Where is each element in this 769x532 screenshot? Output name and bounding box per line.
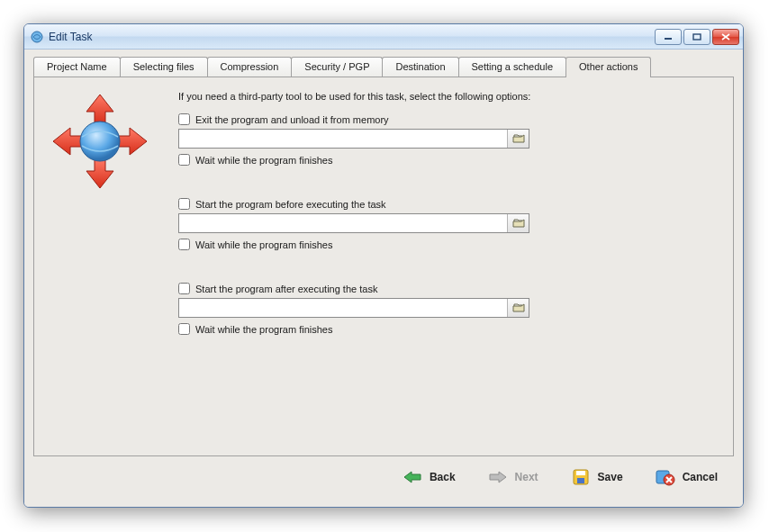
back-label: Back: [430, 471, 456, 483]
check-exit-program[interactable]: [178, 113, 190, 125]
tab-page-other-actions: If you need a third-party tool to be use…: [33, 77, 734, 456]
check-wait-3-label: Wait while the program finishes: [195, 324, 332, 335]
floppy-disk-icon: [571, 467, 591, 487]
folder-open-icon: [512, 302, 525, 313]
save-button[interactable]: Save: [571, 467, 623, 487]
close-button[interactable]: [712, 29, 739, 45]
tab-project-name[interactable]: Project Name: [33, 57, 121, 77]
path-row-3: [178, 298, 529, 318]
check-start-after-label: Start the program after executing the ta…: [195, 284, 377, 294]
svg-rect-2: [693, 34, 701, 40]
check-wait-1[interactable]: [178, 154, 190, 166]
browse-button-3[interactable]: [507, 299, 529, 317]
tab-security-pgp[interactable]: Security / PGP: [291, 57, 383, 77]
check-exit-program-label: Exit the program and unload it from memo…: [195, 114, 389, 125]
cancel-button[interactable]: Cancel: [656, 467, 718, 487]
form-area: If you need a third-party tool to be use…: [178, 90, 717, 439]
maximize-button[interactable]: [683, 29, 710, 45]
cancel-icon: [656, 467, 675, 487]
app-icon: [30, 30, 44, 44]
intro-text: If you need a third-party tool to be use…: [178, 90, 565, 103]
save-label: Save: [598, 471, 623, 483]
check-start-after[interactable]: [178, 283, 190, 294]
next-button: Next: [488, 467, 538, 487]
browse-button-1[interactable]: [507, 130, 529, 148]
path-row-2: [178, 213, 529, 233]
svg-rect-6: [577, 478, 584, 483]
footer: Back Next Save: [33, 456, 734, 498]
tab-schedule[interactable]: Setting a schedule: [458, 57, 567, 77]
check-wait-2-label: Wait while the program finishes: [195, 239, 332, 250]
next-label: Next: [515, 471, 538, 483]
folder-open-icon: [512, 133, 525, 144]
client-area: Project Name Selecting files Compression…: [24, 50, 743, 507]
titlebar: Edit Task: [24, 24, 743, 50]
back-button[interactable]: Back: [403, 467, 456, 487]
check-wait-2[interactable]: [178, 239, 190, 250]
folder-open-icon: [512, 218, 525, 229]
path-input-3[interactable]: [179, 299, 507, 317]
browse-button-2[interactable]: [507, 214, 529, 232]
edit-task-window: Edit Task Project Name Selecting files C…: [23, 23, 744, 508]
path-input-1[interactable]: [179, 130, 507, 148]
tab-destination[interactable]: Destination: [382, 57, 458, 77]
tab-selecting-files[interactable]: Selecting files: [120, 57, 208, 77]
check-wait-1-label: Wait while the program finishes: [195, 155, 332, 166]
path-input-2[interactable]: [179, 214, 507, 232]
check-start-before-label: Start the program before executing the t…: [195, 199, 386, 210]
cancel-label: Cancel: [683, 471, 718, 483]
svg-rect-5: [576, 471, 585, 475]
minimize-button[interactable]: [655, 29, 682, 45]
tab-other-actions[interactable]: Other actions: [565, 57, 651, 77]
tabstrip: Project Name Selecting files Compression…: [33, 57, 734, 77]
arrow-left-icon: [403, 467, 422, 487]
check-wait-3[interactable]: [178, 323, 190, 335]
arrow-right-icon: [488, 467, 508, 487]
path-row-1: [178, 129, 529, 149]
tab-compression[interactable]: Compression: [207, 57, 293, 77]
check-start-before[interactable]: [178, 198, 190, 210]
window-title: Edit Task: [49, 31, 92, 43]
side-illustration: [50, 90, 158, 439]
svg-point-3: [80, 122, 120, 161]
